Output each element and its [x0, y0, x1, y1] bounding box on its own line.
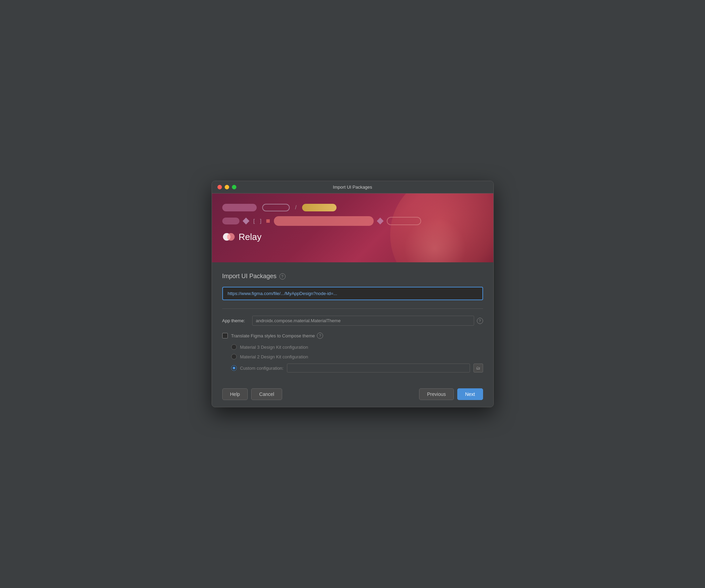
deco-diamond-2 [377, 218, 384, 224]
translate-checkbox[interactable] [222, 333, 228, 338]
radio-group: Material 3 Design Kit configuration Mate… [222, 344, 483, 372]
app-theme-row: App theme: ? [222, 316, 483, 326]
title-help-icon[interactable]: ? [279, 273, 286, 280]
footer-right: Previous Next [419, 388, 483, 400]
footer: Help Cancel Previous Next [212, 383, 493, 407]
banner-row-2: [ ] [222, 216, 483, 226]
previous-button[interactable]: Previous [419, 388, 453, 400]
deco-square [266, 219, 270, 223]
app-theme-label: App theme: [222, 318, 248, 323]
svg-point-1 [227, 233, 235, 241]
divider [222, 308, 483, 309]
relay-logo-icon [222, 231, 235, 243]
radio-material2-row: Material 2 Design Kit configuration [231, 354, 483, 359]
folder-browse-button[interactable]: 🗂 [473, 364, 483, 372]
folder-icon: 🗂 [476, 366, 480, 370]
cancel-button[interactable]: Cancel [251, 388, 282, 400]
footer-left: Help Cancel [222, 388, 282, 400]
radio-material2-label: Material 2 Design Kit configuration [240, 354, 308, 359]
section-title-row: Import UI Packages ? [222, 273, 483, 280]
section-title-text: Import UI Packages [222, 273, 277, 280]
translate-checkbox-label: Translate Figma styles to Compose theme … [231, 333, 323, 339]
main-content: Import UI Packages ? App theme: ? Tran [212, 262, 493, 379]
deco-pill-outline [262, 204, 290, 211]
radio-custom-row: Custom configuration: 🗂 [231, 364, 483, 372]
theme-input-container: ? [252, 316, 483, 326]
deco-pill-gradient [302, 204, 337, 211]
window-controls [217, 185, 236, 189]
close-button[interactable] [217, 185, 222, 189]
radio-custom-input-row: Custom configuration: 🗂 [240, 364, 483, 372]
deco-slash: / [295, 204, 297, 211]
radio-material2[interactable] [231, 354, 237, 359]
deco-diamond [243, 218, 249, 224]
radio-material3[interactable] [231, 344, 237, 350]
radio-custom-label: Custom configuration: [240, 366, 284, 371]
radio-custom[interactable] [231, 365, 237, 371]
translate-help-icon[interactable]: ? [317, 333, 323, 339]
deco-bracket: [ ] [253, 218, 263, 224]
app-theme-input[interactable] [252, 316, 474, 326]
radio-material3-row: Material 3 Design Kit configuration [231, 344, 483, 350]
deco-pill-coral [274, 216, 374, 226]
maximize-button[interactable] [232, 185, 236, 189]
window-title: Import UI Packages [333, 185, 372, 190]
radio-material3-label: Material 3 Design Kit configuration [240, 345, 308, 350]
banner: / [ ] Relay [212, 193, 493, 262]
next-button[interactable]: Next [457, 388, 483, 400]
help-button[interactable]: Help [222, 388, 248, 400]
url-input-container [222, 287, 483, 300]
minimize-button[interactable] [225, 185, 229, 189]
banner-row-1: / [222, 204, 483, 211]
url-input[interactable] [222, 287, 483, 300]
theme-help-icon[interactable]: ? [477, 318, 483, 324]
main-window: Import UI Packages / [ ] [212, 181, 494, 407]
title-bar: Import UI Packages [212, 181, 493, 193]
deco-pill-pink [222, 204, 257, 211]
deco-pill-outline-2 [387, 217, 421, 225]
relay-brand-name: Relay [239, 232, 261, 242]
relay-logo: Relay [222, 231, 483, 243]
custom-config-input[interactable] [287, 364, 470, 372]
deco-pill-short [222, 218, 239, 224]
translate-checkbox-row: Translate Figma styles to Compose theme … [222, 333, 483, 339]
